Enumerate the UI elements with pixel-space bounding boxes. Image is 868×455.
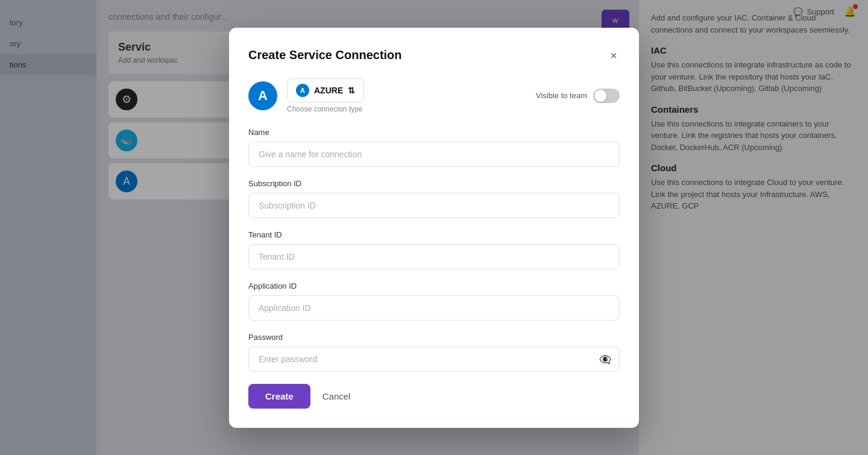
connection-type-select: A AZURE ⇅ Choose connecion type — [287, 78, 364, 113]
modal-header: Create Service Connection × — [248, 47, 620, 64]
application-id-input[interactable] — [248, 295, 620, 321]
modal-overlay: Create Service Connection × A A AZURE ⇅ … — [0, 0, 868, 455]
subscription-id-field-group: Subscription ID — [248, 179, 620, 218]
password-field-group: Password 👁‍🗨 — [248, 333, 620, 372]
modal-actions: Create Cancel — [248, 384, 620, 409]
create-button[interactable]: Create — [248, 384, 310, 409]
subscription-id-input[interactable] — [248, 193, 620, 218]
password-input[interactable] — [248, 347, 620, 372]
name-label: Name — [248, 128, 620, 137]
connection-type-dropdown[interactable]: A AZURE ⇅ — [287, 78, 364, 102]
password-label: Password — [248, 333, 620, 342]
password-toggle-button[interactable]: 👁‍🗨 — [599, 353, 611, 365]
eye-slash-icon: 👁‍🗨 — [599, 354, 611, 364]
visible-to-team: Visible to team — [536, 89, 620, 103]
tenant-id-label: Tenant ID — [248, 230, 620, 239]
choose-type-label: Choose connecion type — [287, 105, 364, 113]
dropdown-azure-icon: A — [296, 84, 309, 97]
visible-to-team-label: Visible to team — [536, 91, 587, 100]
create-connection-modal: Create Service Connection × A A AZURE ⇅ … — [229, 28, 639, 428]
modal-title: Create Service Connection — [248, 48, 402, 62]
application-id-label: Application ID — [248, 281, 620, 290]
toggle-knob — [594, 90, 606, 102]
name-input[interactable] — [248, 142, 620, 167]
subscription-id-label: Subscription ID — [248, 179, 620, 188]
visible-to-team-toggle[interactable] — [593, 89, 620, 103]
password-wrapper: 👁‍🗨 — [248, 347, 620, 372]
dropdown-arrow-icon: ⇅ — [348, 86, 355, 95]
tenant-id-input[interactable] — [248, 244, 620, 269]
application-id-field-group: Application ID — [248, 281, 620, 321]
service-type-row: A A AZURE ⇅ Choose connecion type Visibl… — [248, 78, 620, 113]
azure-logo: A — [248, 81, 277, 110]
cancel-button[interactable]: Cancel — [318, 384, 356, 409]
connection-type-value: AZURE — [314, 86, 343, 95]
modal-close-button[interactable]: × — [608, 47, 620, 64]
name-field-group: Name — [248, 128, 620, 167]
tenant-id-field-group: Tenant ID — [248, 230, 620, 269]
